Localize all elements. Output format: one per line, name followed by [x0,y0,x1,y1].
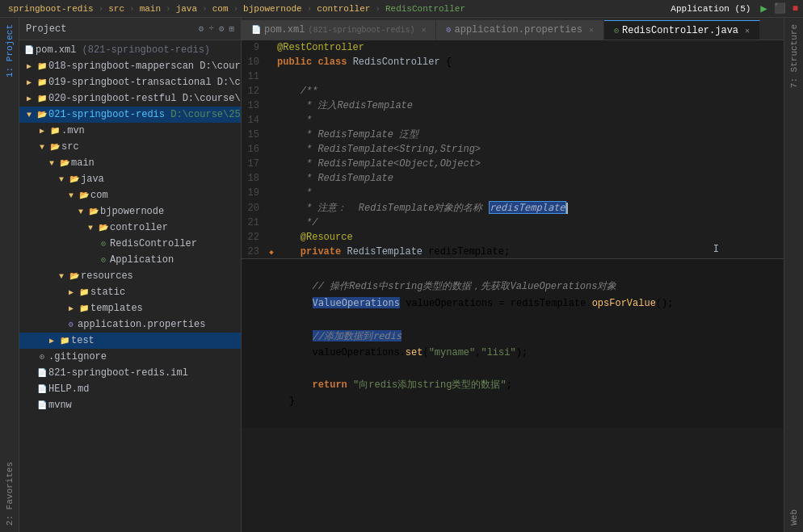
breadcrumb-com[interactable]: com [209,4,232,14]
collapse-icon[interactable]: ÷ [208,23,214,34]
bottom-ln-c2 [242,328,266,345]
lc-13[interactable]: * 注入RedisTemplate [277,98,784,113]
ln-13: 13 [242,98,266,113]
tree-item-iml[interactable]: 📄 821-springboot-redis.iml [19,365,241,381]
lc-15[interactable]: * RedisTemplate 泛型 [277,128,784,142]
sidebar-item-structure[interactable]: 7: Structure [789,18,799,94]
tree-item-mvn[interactable]: ▶ 📁 .mvn [19,123,241,139]
tree-label-appprops: application.properties [78,319,205,330]
tree-label-templates: templates [90,303,143,314]
sidebar-item-favorites[interactable]: 2: Favorites [5,455,15,532]
sidebar-item-project[interactable]: 1: Project [5,18,15,84]
tree-item-021[interactable]: ▼ 📂 021-springboot-redis D:\course\25-Sp… [19,107,241,123]
run-config-label[interactable]: Application (5) [667,4,754,14]
lc-21[interactable]: */ [277,216,784,230]
tree-label-helpmd: HELP.md [48,383,89,395]
bottom-lc-blank3[interactable] [266,361,784,377]
main-layout: 1: Project 2: Favorites Project ⚙ ÷ ⚙ ⊞ … [0,18,803,532]
lc-16[interactable]: * RedisTemplate<String,String> [277,142,784,157]
project-tree: 📄 pom.xml (821-springboot-redis) ▶ 📁 018… [19,40,241,532]
bottom-lc-vo[interactable]: ValueOperations valueOperations = redisT… [266,295,784,312]
bottom-line-blank3 [242,361,784,377]
breadcrumb-main[interactable]: main [137,4,164,14]
tab-rediscontroller-close[interactable]: ✕ [745,26,750,36]
sidebar-item-web[interactable]: Web [789,503,799,532]
lc-18[interactable]: * RedisTemplate [277,171,784,186]
tree-label-018: 018-springboot-mapperscan D:\course\25 [48,61,241,72]
settings-icon[interactable]: ⚙ [219,23,225,34]
tree-item-src[interactable]: ▼ 📂 src [19,139,241,155]
tree-item-gitignore[interactable]: ⊙ .gitignore [19,349,241,365]
code-line-15: 15 * RedisTemplate 泛型 [242,128,784,142]
breadcrumb-controller[interactable]: controller [313,4,373,14]
lc-14[interactable]: * [277,113,784,128]
breadcrumb-rediscontroller[interactable]: RedisController [382,4,469,14]
bottom-lc-return[interactable]: return "向redis添加string类型的数据"; [266,377,784,393]
tree-item-020[interactable]: ▶ 📁 020-springboot-restful D:\course\25-… [19,90,241,107]
sync-icon[interactable]: ⚙ [199,23,204,34]
lc-20[interactable]: * 注意： RedisTemplate对象的名称 redisTemplate [277,200,784,216]
breadcrumb-bjpowernode[interactable]: bjpowernode [240,4,305,14]
tree-item-pom[interactable]: 📄 pom.xml (821-springboot-redis) [19,42,241,58]
tree-item-helpmd[interactable]: 📄 HELP.md [19,381,241,397]
bottom-lc-blank1[interactable] [266,262,784,279]
breadcrumb-src[interactable]: src [105,4,128,14]
folder-test: 📁 [58,334,71,347]
bottom-lc-blank2[interactable] [266,312,784,328]
java-file-icon-app: ⊙ [97,253,110,266]
run-button[interactable]: ▶ [760,2,767,15]
bottom-lc-c2[interactable]: //添加数据到redis [266,328,784,345]
ln-17: 17 [242,157,266,171]
folder-icon-021: ▼ [23,108,36,121]
tree-item-bjpowernode[interactable]: ▼ 📂 bjpowernode [19,203,241,220]
folder-main: 📂 [58,157,71,170]
tree-item-controller[interactable]: ▼ 📂 controller [19,220,241,236]
lc-10[interactable]: public class RedisController { [277,55,784,69]
tree-item-static[interactable]: ▶ 📁 static [19,284,241,300]
breadcrumb-springboot-redis[interactable]: springboot-redis [5,4,97,14]
tree-item-resources[interactable]: ▼ 📂 resources [19,268,241,284]
lc-17[interactable]: * RedisTemplate<Object,Object> [277,157,784,171]
tab-rediscontroller[interactable]: ⊙ RedisController.java ✕ [604,20,760,40]
bottom-lc-c1[interactable]: // 操作Redis中string类型的数据，先获取ValueOperation… [266,279,784,295]
tree-item-mvnw[interactable]: 📄 mvnw [19,397,241,413]
top-breadcrumb-bar: springboot-redis › src › main › java › c… [0,0,803,18]
tab-pom-close[interactable]: ✕ [421,25,426,35]
lc-12[interactable]: /** [277,84,784,98]
tree-label-pom: pom.xml (821-springboot-redis) [36,44,210,56]
tree-item-rediscontroller[interactable]: ⊙ RedisController [19,236,241,252]
tab-appprops-close[interactable]: ✕ [589,25,594,35]
tree-item-com[interactable]: ▼ 📂 com [19,187,241,203]
bottom-lc-set[interactable]: valueOperations.set("myname","lisi"); [266,345,784,361]
tree-item-application[interactable]: ⊙ Application [19,252,241,268]
folder-src: 📂 [48,140,61,153]
tree-item-templates[interactable]: ▶ 📁 templates [19,300,241,316]
lc-19[interactable]: * [277,186,784,200]
tab-pom[interactable]: 📄 pom.xml (821-springboot-redis) ✕ [242,20,436,40]
code-line-10: 10 public class RedisController { [242,55,784,69]
tree-item-appprops[interactable]: ⚙ application.properties [19,316,241,333]
bottom-lc-brace[interactable]: } [266,393,784,409]
debug-button[interactable]: ⬛ [774,2,786,15]
lc-22[interactable]: @Resource [277,230,784,245]
code-content-top: 9 @RestController 10 public class RedisC… [242,40,784,258]
tree-item-java[interactable]: ▼ 📂 java [19,171,241,187]
tab-appprops[interactable]: ⚙ application.properties ✕ [436,20,604,40]
code-line-11: 11 [242,69,784,84]
code-line-9: 9 @RestController [242,40,784,55]
bottom-ln-blank3 [242,361,266,377]
lc-23[interactable]: private RedisTemplate redisTemplate; [277,245,784,258]
tree-label-application: Application [110,254,174,266]
tree-item-018[interactable]: ▶ 📁 018-springboot-mapperscan D:\course\… [19,58,241,74]
tree-item-test[interactable]: ▶ 📁 test [19,333,241,349]
tree-item-019[interactable]: ▶ 📁 019-springboot-transactional D:\cour… [19,74,241,90]
lc-11[interactable] [277,69,784,84]
folder-020: 📁 [36,92,48,105]
breadcrumb-java[interactable]: java [173,4,200,14]
tree-label-021: 021-springboot-redis D:\course\25-Spr [48,109,241,120]
lc-9[interactable]: @RestController [277,40,784,55]
expand-icon[interactable]: ⊞ [229,23,234,34]
tree-item-main[interactable]: ▼ 📂 main [19,155,241,171]
tree-label-gitignore: .gitignore [48,351,107,362]
stop-button[interactable]: ■ [792,3,798,15]
